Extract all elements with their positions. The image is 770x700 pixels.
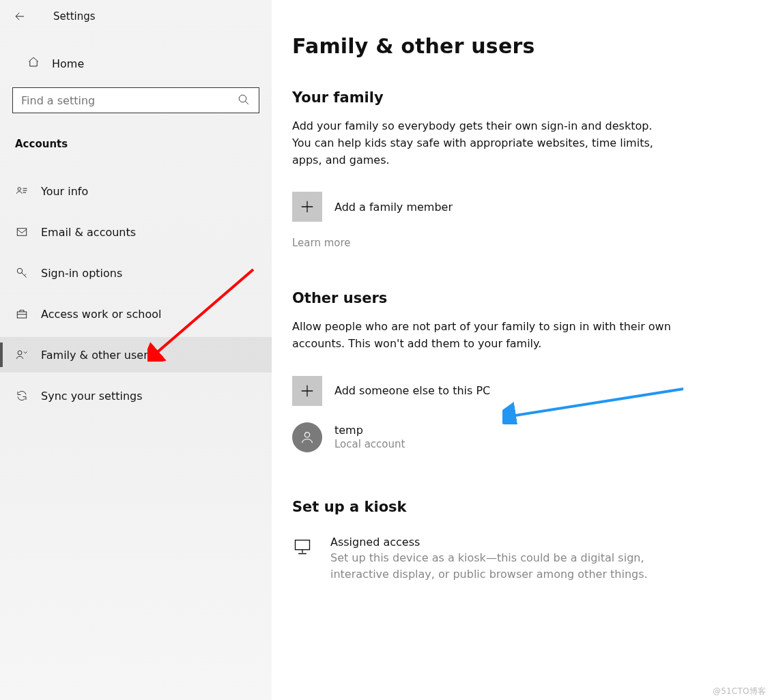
- svg-point-1: [18, 188, 21, 191]
- svg-point-0: [239, 95, 246, 102]
- sidebar-item-label: Sync your settings: [41, 390, 143, 403]
- sidebar-item-email-accounts[interactable]: Email & accounts: [0, 214, 272, 250]
- user-name: temp: [334, 424, 405, 437]
- home-label: Home: [52, 57, 84, 70]
- sidebar-item-label: Access work or school: [41, 308, 161, 321]
- watermark: @51CTO博客: [713, 686, 766, 697]
- person-icon: [300, 430, 315, 445]
- page-title: Family & other users: [292, 34, 770, 58]
- plus-tile: [292, 192, 322, 222]
- sidebar-group-title: Accounts: [0, 138, 272, 150]
- back-button[interactable]: [12, 9, 27, 24]
- sidebar-item-sign-in-options[interactable]: Sign-in options: [0, 255, 272, 291]
- add-family-label: Add a family member: [334, 201, 453, 214]
- kiosk-heading: Set up a kiosk: [292, 499, 770, 515]
- sidebar-item-label: Your info: [41, 185, 88, 198]
- user-labels: temp Local account: [334, 424, 405, 450]
- assigned-access-desc: Set up this device as a kiosk—this could…: [330, 550, 651, 583]
- user-item-temp[interactable]: temp Local account: [292, 422, 770, 452]
- plus-icon: [300, 199, 315, 214]
- sidebar-header: Settings: [0, 0, 272, 25]
- home-icon: [27, 56, 40, 71]
- add-family-member-button[interactable]: Add a family member: [292, 192, 770, 222]
- svg-point-6: [304, 433, 309, 437]
- svg-point-5: [18, 351, 22, 355]
- sidebar-item-label: Email & accounts: [41, 226, 136, 239]
- kiosk-text: Assigned access Set up this device as a …: [330, 536, 651, 583]
- sidebar-item-label: Sign-in options: [41, 267, 122, 280]
- assigned-access-title: Assigned access: [330, 536, 651, 549]
- assigned-access-item[interactable]: Assigned access Set up this device as a …: [292, 536, 770, 583]
- other-users-heading: Other users: [292, 290, 770, 306]
- family-desc: Add your family so everybody gets their …: [292, 118, 672, 169]
- svg-rect-4: [17, 312, 27, 318]
- sidebar-item-access-work-school[interactable]: Access work or school: [0, 296, 272, 332]
- key-icon: [15, 266, 29, 280]
- sidebar-item-your-info[interactable]: Your info: [0, 173, 272, 209]
- sidebar-item-sync-settings[interactable]: Sync your settings: [0, 378, 272, 413]
- home-nav-item[interactable]: Home: [0, 48, 272, 79]
- sidebar-item-label: Family & other users: [41, 349, 154, 362]
- app-title: Settings: [53, 10, 96, 23]
- sidebar-item-family-other-users[interactable]: Family & other users: [0, 337, 272, 373]
- settings-main: Family & other users Your family Add you…: [272, 0, 770, 700]
- back-arrow-icon: [14, 10, 26, 23]
- person-card-icon: [15, 184, 29, 198]
- search-container: [12, 87, 259, 113]
- mail-icon: [15, 225, 29, 239]
- other-users-desc: Allow people who are not part of your fa…: [292, 319, 672, 353]
- briefcase-icon: [15, 307, 29, 321]
- add-other-user-label: Add someone else to this PC: [334, 384, 490, 397]
- family-heading: Your family: [292, 89, 770, 106]
- settings-sidebar: Settings Home Accounts Your info Email &…: [0, 0, 272, 700]
- search-input[interactable]: [12, 87, 259, 113]
- people-icon: [15, 348, 29, 362]
- learn-more-link[interactable]: Learn more: [292, 237, 770, 249]
- add-other-user-button[interactable]: Add someone else to this PC: [292, 376, 770, 406]
- sync-icon: [15, 389, 29, 403]
- sidebar-nav: Your info Email & accounts Sign-in optio…: [0, 173, 272, 413]
- svg-rect-7: [296, 540, 310, 550]
- monitor-icon: [292, 536, 313, 583]
- plus-tile: [292, 376, 322, 406]
- search-icon: [238, 93, 251, 107]
- user-avatar: [292, 422, 322, 452]
- plus-icon: [300, 383, 315, 398]
- svg-rect-2: [17, 229, 27, 236]
- user-subtitle: Local account: [334, 438, 405, 450]
